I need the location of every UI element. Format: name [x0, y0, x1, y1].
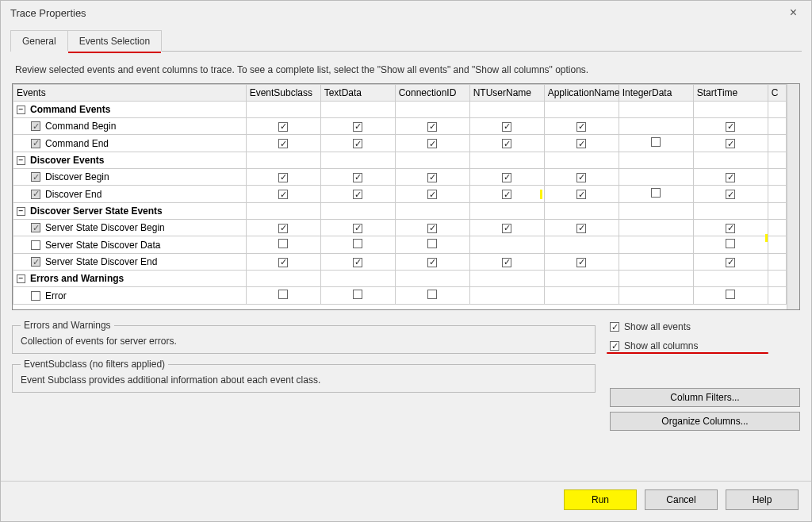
vertical-scrollbar[interactable] — [787, 84, 799, 309]
grid-cell[interactable]: ✓ — [544, 135, 619, 152]
grid-checkbox[interactable] — [278, 290, 288, 299]
grid-checkbox[interactable]: ✓ — [278, 173, 288, 182]
grid-checkbox[interactable]: ✓ — [576, 258, 586, 267]
grid-checkbox[interactable]: ✓ — [278, 122, 288, 132]
event-cell[interactable]: ✓Server State Discover Begin — [13, 220, 247, 236]
grid-checkbox[interactable]: ✓ — [502, 258, 511, 267]
grid-cell[interactable] — [619, 118, 693, 135]
grid-checkbox[interactable]: ✓ — [502, 173, 511, 182]
grid-cell[interactable] — [693, 236, 768, 254]
grid-cell[interactable]: ✓ — [469, 220, 544, 236]
event-row-checkbox[interactable]: ✓ — [31, 223, 40, 232]
grid-cell[interactable] — [395, 236, 469, 254]
event-row-checkbox[interactable]: ✓ — [31, 121, 40, 131]
grid-cell[interactable]: ✓ — [469, 135, 544, 152]
grid-cell[interactable] — [469, 236, 544, 254]
grid-cell[interactable]: ✓ — [320, 169, 395, 186]
event-cell[interactable]: ✓Command End — [13, 135, 247, 152]
grid-cell[interactable]: ✓ — [395, 169, 469, 186]
grid-checkbox[interactable] — [427, 239, 437, 248]
grid-cell[interactable]: ✓ — [246, 220, 320, 236]
grid-cell[interactable]: ✓ — [693, 186, 768, 203]
grid-checkbox[interactable]: ✓ — [278, 139, 288, 148]
grid-checkbox[interactable]: ✓ — [427, 258, 437, 267]
grid-checkbox[interactable] — [726, 290, 735, 299]
grid-cell[interactable]: ✓ — [544, 118, 619, 135]
column-header[interactable]: IntegerData — [619, 85, 693, 102]
organize-columns-button[interactable]: Organize Columns... — [610, 412, 800, 431]
grid-cell[interactable] — [246, 236, 320, 254]
grid-cell[interactable]: ✓ — [469, 186, 544, 203]
grid-checkbox[interactable]: ✓ — [353, 122, 362, 132]
column-header[interactable]: TextData — [320, 85, 395, 102]
grid-checkbox[interactable]: ✓ — [502, 224, 511, 233]
event-row-checkbox[interactable] — [31, 291, 40, 301]
grid-checkbox[interactable] — [651, 137, 661, 147]
grid-cell[interactable] — [544, 287, 619, 305]
grid-checkbox[interactable] — [651, 188, 661, 198]
grid-checkbox[interactable]: ✓ — [576, 122, 586, 132]
tree-collapse-icon[interactable]: − — [17, 207, 25, 216]
grid-checkbox[interactable]: ✓ — [726, 258, 735, 267]
grid-checkbox[interactable]: ✓ — [726, 190, 735, 199]
grid-checkbox[interactable]: ✓ — [353, 224, 362, 233]
grid-cell[interactable]: ✓ — [395, 118, 469, 135]
grid-cell[interactable]: ✓ — [320, 186, 395, 203]
grid-cell[interactable] — [619, 169, 693, 186]
grid-checkbox[interactable]: ✓ — [427, 224, 437, 233]
show-all-events-checkbox[interactable]: ✓ — [610, 322, 619, 332]
grid-checkbox[interactable]: ✓ — [427, 173, 437, 182]
column-header[interactable]: ConnectionID — [395, 85, 469, 102]
grid-cell[interactable]: ✓ — [469, 254, 544, 271]
grid-cell[interactable]: ✓ — [246, 186, 320, 203]
event-cell[interactable]: ✓Discover Begin — [13, 169, 247, 186]
grid-cell[interactable]: ✓ — [395, 186, 469, 203]
grid-checkbox[interactable]: ✓ — [353, 258, 362, 267]
grid-cell[interactable]: ✓ — [320, 220, 395, 236]
show-all-columns-checkbox[interactable]: ✓ — [610, 341, 619, 351]
tree-collapse-icon[interactable]: − — [17, 156, 25, 165]
grid-cell[interactable] — [619, 220, 693, 236]
event-row-checkbox[interactable]: ✓ — [31, 190, 40, 199]
grid-cell[interactable] — [320, 236, 395, 254]
grid-cell[interactable] — [395, 287, 469, 305]
grid-cell[interactable] — [469, 287, 544, 305]
grid-checkbox[interactable] — [427, 290, 437, 299]
grid-cell[interactable]: ✓ — [246, 169, 320, 186]
grid-cell[interactable]: ✓ — [469, 118, 544, 135]
grid-cell[interactable]: ✓ — [320, 254, 395, 271]
grid-checkbox[interactable]: ✓ — [427, 122, 437, 132]
event-row-checkbox[interactable]: ✓ — [31, 257, 40, 267]
event-cell[interactable]: Server State Discover Data — [13, 236, 247, 254]
grid-cell[interactable]: ✓ — [693, 254, 768, 271]
grid-cell[interactable]: ✓ — [246, 118, 320, 135]
grid-cell[interactable]: ✓ — [693, 118, 768, 135]
grid-checkbox[interactable]: ✓ — [576, 139, 586, 148]
tree-collapse-icon[interactable]: − — [17, 274, 25, 283]
grid-cell[interactable]: ✓ — [246, 254, 320, 271]
grid-checkbox[interactable]: ✓ — [726, 122, 735, 132]
grid-checkbox[interactable]: ✓ — [726, 224, 735, 233]
grid-checkbox[interactable]: ✓ — [502, 122, 511, 132]
tab-events-selection[interactable]: Events Selection — [67, 30, 162, 52]
grid-cell[interactable] — [544, 236, 619, 254]
grid-cell[interactable] — [619, 135, 693, 152]
event-row-checkbox[interactable]: ✓ — [31, 172, 40, 182]
event-row-checkbox[interactable] — [31, 240, 40, 250]
grid-cell[interactable]: ✓ — [246, 135, 320, 152]
cancel-button[interactable]: Cancel — [645, 489, 718, 510]
grid-checkbox[interactable]: ✓ — [353, 190, 362, 199]
grid-checkbox[interactable]: ✓ — [353, 139, 362, 148]
grid-cell[interactable]: ✓ — [320, 118, 395, 135]
event-cell[interactable]: ✓Command Begin — [13, 118, 247, 135]
grid-checkbox[interactable]: ✓ — [427, 139, 437, 148]
grid-checkbox[interactable] — [278, 239, 288, 248]
grid-cell[interactable] — [619, 186, 693, 203]
grid-cell[interactable]: ✓ — [395, 254, 469, 271]
grid-checkbox[interactable]: ✓ — [278, 190, 288, 199]
grid-checkbox[interactable]: ✓ — [502, 139, 511, 148]
run-button[interactable]: Run — [564, 489, 637, 510]
grid-cell[interactable]: ✓ — [693, 169, 768, 186]
grid-checkbox[interactable]: ✓ — [726, 139, 735, 148]
grid-cell[interactable]: ✓ — [544, 254, 619, 271]
